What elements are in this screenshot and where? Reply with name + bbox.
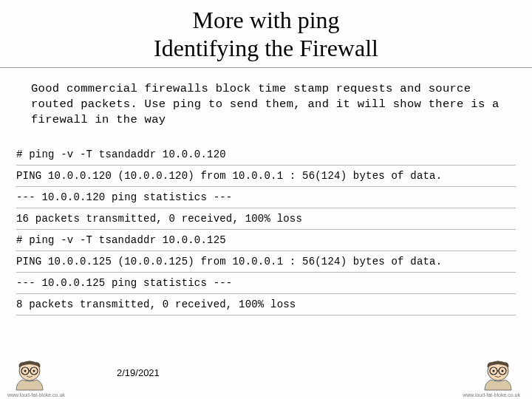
- code-line: PING 10.0.0.125 (10.0.0.125) from 10.0.0…: [16, 251, 516, 273]
- cartoon-icon: [477, 356, 519, 392]
- code-line: --- 10.0.0.120 ping statistics ---: [16, 187, 516, 208]
- slide-date: 2/19/2021: [117, 367, 160, 378]
- slide-title: More with ping Identifying the Firewall: [0, 0, 532, 68]
- code-line: PING 10.0.0.120 (10.0.0.120) from 10.0.0…: [16, 166, 516, 187]
- credit-text: www.loud-fat-bloke.co.uk: [463, 392, 520, 398]
- code-block: # ping -v -T tsandaddr 10.0.0.120 PING 1…: [0, 144, 532, 316]
- svg-point-11: [502, 370, 504, 372]
- svg-point-4: [24, 370, 27, 372]
- svg-point-5: [33, 370, 35, 372]
- intro-paragraph: Good commercial firewalls block time sta…: [0, 68, 532, 144]
- credit-text: www.loud-fat-bloke.co.uk: [7, 392, 65, 398]
- svg-point-10: [493, 370, 495, 372]
- footer: www.loud-fat-bloke.co.uk 2/19/2021 www.l…: [0, 355, 532, 399]
- code-line: # ping -v -T tsandaddr 10.0.0.120: [16, 144, 516, 166]
- title-line-2: Identifying the Firewall: [154, 35, 378, 61]
- code-line: 8 packets transmitted, 0 received, 100% …: [16, 294, 516, 316]
- cartoon-icon: [9, 356, 50, 392]
- code-line: --- 10.0.0.125 ping statistics ---: [16, 273, 516, 294]
- code-line: # ping -v -T tsandaddr 10.0.0.125: [16, 230, 516, 251]
- title-line-1: More with ping: [192, 7, 339, 33]
- code-line: 16 packets transmitted, 0 received, 100%…: [16, 208, 516, 230]
